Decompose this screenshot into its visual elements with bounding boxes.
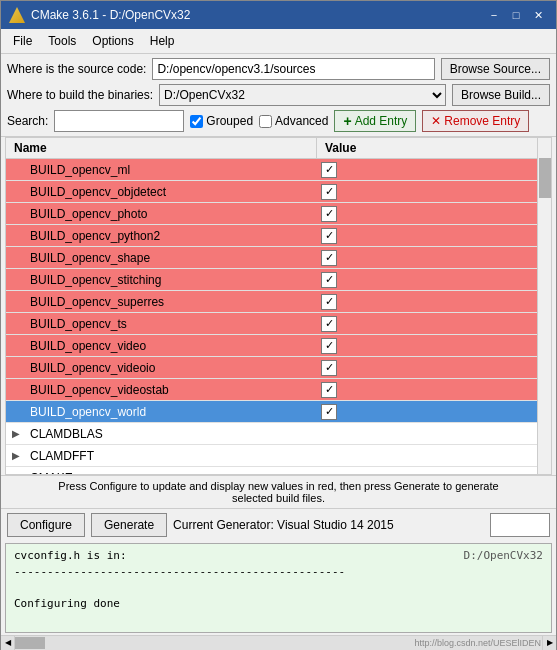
log-line: cvconfig.h is in: D:/OpenCVx32 xyxy=(14,548,543,564)
vertical-scrollbar[interactable] xyxy=(537,138,551,474)
row-value xyxy=(317,338,537,354)
menu-tools[interactable]: Tools xyxy=(40,31,84,51)
row-name: BUILD_opencv_world xyxy=(26,405,317,419)
generate-button[interactable]: Generate xyxy=(91,513,167,537)
table-row[interactable]: BUILD_opencv_superres xyxy=(6,291,537,313)
row-name: BUILD_opencv_videoio xyxy=(26,361,317,375)
source-label: Where is the source code: xyxy=(7,62,146,76)
grouped-label: Grouped xyxy=(206,114,253,128)
scroll-thumb[interactable] xyxy=(539,158,551,198)
row-name: BUILD_opencv_stitching xyxy=(26,273,317,287)
search-label: Search: xyxy=(7,114,48,128)
checkbox-cell[interactable] xyxy=(321,316,337,332)
row-value xyxy=(317,404,537,420)
search-row: Search: Grouped Advanced + Add Entry ✕ R… xyxy=(7,110,550,132)
checkbox-cell[interactable] xyxy=(321,272,337,288)
table-row[interactable]: BUILD_opencv_stitching xyxy=(6,269,537,291)
minimize-button[interactable]: − xyxy=(484,6,504,24)
checkbox-cell[interactable] xyxy=(321,184,337,200)
title-bar-left: CMake 3.6.1 - D:/OpenCVx32 xyxy=(9,7,190,23)
expand-icon[interactable]: ▶ xyxy=(6,428,26,439)
table-row[interactable]: BUILD_opencv_shape xyxy=(6,247,537,269)
row-value xyxy=(317,162,537,178)
menu-options[interactable]: Options xyxy=(84,31,141,51)
row-value xyxy=(317,250,537,266)
checkbox-cell[interactable] xyxy=(321,206,337,222)
table-row[interactable]: BUILD_opencv_objdetect xyxy=(6,181,537,203)
table-scroll[interactable]: BUILD_opencv_ml BUILD_opencv_objdetect xyxy=(6,159,537,474)
bottom-scroll-thumb[interactable] xyxy=(15,637,45,649)
table-row-selected[interactable]: BUILD_opencv_world xyxy=(6,401,537,423)
expand-icon[interactable]: ▶ xyxy=(6,472,26,474)
row-name: BUILD_opencv_video xyxy=(26,339,317,353)
row-name: BUILD_opencv_videostab xyxy=(26,383,317,397)
checkbox-cell[interactable] xyxy=(321,360,337,376)
source-input[interactable] xyxy=(152,58,434,80)
scroll-right-btn[interactable]: ▶ xyxy=(542,636,556,650)
row-name: CLAMDFFT xyxy=(26,449,317,463)
checkbox-cell[interactable] xyxy=(321,162,337,178)
row-name: BUILD_opencv_superres xyxy=(26,295,317,309)
toolbar: Where is the source code: Browse Source.… xyxy=(1,54,556,137)
checkbox-cell[interactable] xyxy=(321,382,337,398)
row-value xyxy=(317,294,537,310)
browse-source-button[interactable]: Browse Source... xyxy=(441,58,550,80)
row-value xyxy=(317,184,537,200)
advanced-checkbox-label[interactable]: Advanced xyxy=(259,114,328,128)
bottom-scrollbar[interactable]: ◀ http://blog.csdn.net/UESElIDEN ▶ xyxy=(1,635,556,649)
checkbox-cell[interactable] xyxy=(321,250,337,266)
expand-icon[interactable]: ▶ xyxy=(6,450,26,461)
table-row[interactable]: BUILD_opencv_video xyxy=(6,335,537,357)
scroll-left-btn[interactable]: ◀ xyxy=(1,636,15,650)
row-name: BUILD_opencv_ts xyxy=(26,317,317,331)
close-button[interactable]: ✕ xyxy=(528,6,548,24)
table-row[interactable]: BUILD_opencv_python2 xyxy=(6,225,537,247)
build-select[interactable]: D:/OpenCVx32 xyxy=(159,84,446,106)
table-header: Name Value xyxy=(6,138,537,159)
grouped-checkbox-label[interactable]: Grouped xyxy=(190,114,253,128)
table-row[interactable]: BUILD_opencv_videoio xyxy=(6,357,537,379)
row-name: BUILD_opencv_objdetect xyxy=(26,185,317,199)
row-value xyxy=(317,228,537,244)
status-area: Press Configure to update and display ne… xyxy=(1,475,556,508)
row-name: BUILD_opencv_shape xyxy=(26,251,317,265)
row-name: CMAKE xyxy=(26,471,317,475)
status-text: Press Configure to update and display ne… xyxy=(58,480,498,504)
source-row: Where is the source code: Browse Source.… xyxy=(7,58,550,80)
table-row[interactable]: BUILD_opencv_ml xyxy=(6,159,537,181)
value-column-header: Value xyxy=(317,138,537,158)
table-row[interactable]: BUILD_opencv_photo xyxy=(6,203,537,225)
log-done: Configuring done xyxy=(14,596,543,612)
grouped-checkbox[interactable] xyxy=(190,115,203,128)
action-bar: Configure Generate Current Generator: Vi… xyxy=(1,508,556,541)
advanced-label: Advanced xyxy=(275,114,328,128)
configure-button[interactable]: Configure xyxy=(7,513,85,537)
log-cvconfig-label: cvconfig.h is in: xyxy=(14,548,127,564)
menu-help[interactable]: Help xyxy=(142,31,183,51)
row-value xyxy=(317,382,537,398)
menu-file[interactable]: File xyxy=(5,31,40,51)
checkbox-cell[interactable] xyxy=(321,294,337,310)
browse-build-button[interactable]: Browse Build... xyxy=(452,84,550,106)
watermark: http://blog.csdn.net/UESElIDEN xyxy=(414,638,541,648)
row-name: BUILD_opencv_ml xyxy=(26,163,317,177)
generator-input[interactable] xyxy=(490,513,550,537)
table-row[interactable]: ▶ CMAKE xyxy=(6,467,537,474)
add-entry-button[interactable]: + Add Entry xyxy=(334,110,416,132)
table-row[interactable]: BUILD_opencv_videostab xyxy=(6,379,537,401)
remove-icon: ✕ xyxy=(431,114,441,128)
table-row[interactable]: ▶ CLAMDFFT xyxy=(6,445,537,467)
checkbox-cell[interactable] xyxy=(321,228,337,244)
table-row[interactable]: BUILD_opencv_ts xyxy=(6,313,537,335)
remove-entry-button[interactable]: ✕ Remove Entry xyxy=(422,110,529,132)
log-divider: ----------------------------------------… xyxy=(14,564,543,580)
row-value xyxy=(317,206,537,222)
main-window: CMake 3.6.1 - D:/OpenCVx32 − □ ✕ File To… xyxy=(0,0,557,650)
table-row[interactable]: ▶ CLAMDBLAS xyxy=(6,423,537,445)
search-input[interactable] xyxy=(54,110,184,132)
maximize-button[interactable]: □ xyxy=(506,6,526,24)
generator-label: Current Generator: Visual Studio 14 2015 xyxy=(173,518,484,532)
checkbox-cell[interactable] xyxy=(321,338,337,354)
advanced-checkbox[interactable] xyxy=(259,115,272,128)
checkbox-cell[interactable] xyxy=(321,404,337,420)
